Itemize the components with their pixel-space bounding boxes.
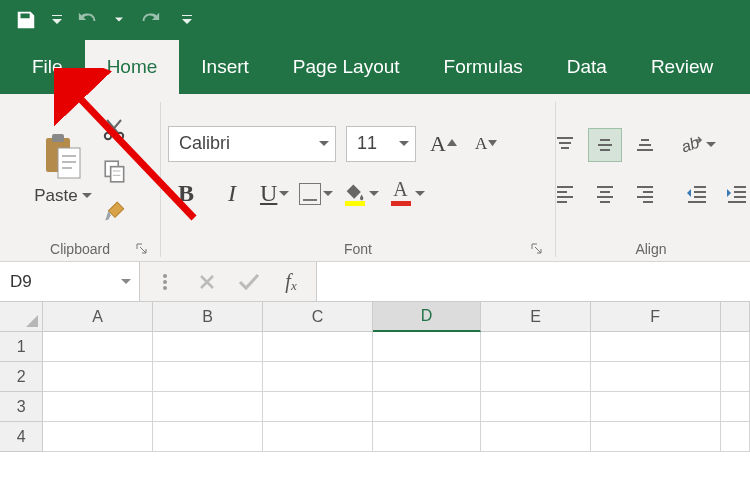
cell[interactable] <box>481 332 591 362</box>
caret-down-icon <box>488 139 497 148</box>
align-left-button[interactable] <box>548 176 582 210</box>
formula-input[interactable] <box>317 262 750 301</box>
paintbrush-icon <box>102 200 128 226</box>
cell[interactable] <box>721 422 750 452</box>
cell[interactable] <box>43 332 153 362</box>
decrease-font-size-button[interactable]: A <box>471 126 501 162</box>
align-bottom-button[interactable] <box>628 128 662 162</box>
tab-file[interactable]: File <box>10 40 85 94</box>
row-header[interactable]: 4 <box>0 422 43 452</box>
chevron-down-icon <box>121 277 131 287</box>
column-header-row: ABCDEF <box>0 302 750 332</box>
align-right-icon <box>635 183 655 203</box>
decrease-indent-button[interactable] <box>680 177 714 211</box>
clipboard-paste-icon <box>42 132 84 182</box>
cell[interactable] <box>263 392 373 422</box>
redo-icon[interactable] <box>132 6 168 34</box>
cell[interactable] <box>591 332 721 362</box>
group-alignment-label: Align <box>635 241 666 257</box>
orientation-button[interactable]: ab <box>680 127 750 163</box>
cell[interactable] <box>481 422 591 452</box>
paste-button[interactable]: Paste <box>32 128 93 210</box>
cell[interactable] <box>591 422 721 452</box>
row-header[interactable]: 3 <box>0 392 43 422</box>
format-painter-button[interactable] <box>102 200 128 226</box>
column-header[interactable] <box>721 302 750 332</box>
copy-button[interactable] <box>102 158 128 184</box>
formula-bar-handle-icon[interactable] <box>144 262 186 301</box>
insert-function-button[interactable]: fx <box>270 262 312 301</box>
align-middle-button[interactable] <box>588 128 622 162</box>
column-header[interactable]: C <box>263 302 373 332</box>
cell[interactable] <box>43 362 153 392</box>
cell[interactable] <box>43 392 153 422</box>
name-box-value: D9 <box>10 272 32 292</box>
chevron-down-icon <box>706 140 716 150</box>
cell[interactable] <box>721 392 750 422</box>
cell[interactable] <box>721 332 750 362</box>
cut-button[interactable] <box>102 118 128 142</box>
cell[interactable] <box>373 422 481 452</box>
cell[interactable] <box>373 362 481 392</box>
cell[interactable] <box>153 362 263 392</box>
bold-button[interactable]: B <box>168 176 204 212</box>
tab-insert[interactable]: Insert <box>179 40 271 94</box>
cell[interactable] <box>263 332 373 362</box>
group-clipboard-label: Clipboard <box>50 241 110 257</box>
cell[interactable] <box>591 392 721 422</box>
tab-page-layout[interactable]: Page Layout <box>271 40 422 94</box>
align-right-button[interactable] <box>628 176 662 210</box>
cell[interactable] <box>481 392 591 422</box>
cancel-formula-button[interactable] <box>186 262 228 301</box>
font-color-button[interactable]: A <box>389 176 425 212</box>
cell[interactable] <box>481 362 591 392</box>
dialog-launcher-icon[interactable] <box>531 243 543 255</box>
row-header[interactable]: 1 <box>0 332 43 362</box>
cell[interactable] <box>263 362 373 392</box>
tab-review[interactable]: Review <box>629 40 735 94</box>
align-center-icon <box>595 183 615 203</box>
increase-font-size-button[interactable]: A <box>426 126 461 162</box>
italic-button[interactable]: I <box>214 176 250 212</box>
qat-more-icon[interactable] <box>180 6 194 34</box>
column-header[interactable]: F <box>591 302 721 332</box>
column-header[interactable]: E <box>481 302 591 332</box>
tab-formulas[interactable]: Formulas <box>422 40 545 94</box>
borders-button[interactable] <box>299 176 333 212</box>
increase-indent-button[interactable] <box>720 177 750 211</box>
cell[interactable] <box>591 362 721 392</box>
row-header[interactable]: 2 <box>0 362 43 392</box>
fill-color-button[interactable] <box>343 176 379 212</box>
column-header[interactable]: A <box>43 302 153 332</box>
cell[interactable] <box>373 332 481 362</box>
check-icon <box>238 273 260 291</box>
enter-formula-button[interactable] <box>228 262 270 301</box>
qat-customize-icon[interactable] <box>50 6 64 34</box>
tab-home[interactable]: Home <box>85 40 180 94</box>
font-name-combo[interactable]: Calibri <box>168 126 336 162</box>
align-top-button[interactable] <box>548 128 582 162</box>
cell[interactable] <box>373 392 481 422</box>
font-size-combo[interactable]: 11 <box>346 126 416 162</box>
align-center-button[interactable] <box>588 176 622 210</box>
cell[interactable] <box>43 422 153 452</box>
tab-data[interactable]: Data <box>545 40 629 94</box>
select-all-corner[interactable] <box>0 302 43 332</box>
column-header[interactable]: D <box>373 302 481 332</box>
cell[interactable] <box>153 392 263 422</box>
group-clipboard: Paste <box>0 94 160 261</box>
column-header[interactable]: B <box>153 302 263 332</box>
chevron-down-icon <box>279 189 289 199</box>
svg-rect-1 <box>52 134 64 142</box>
undo-dropdown-icon[interactable] <box>112 6 126 34</box>
cell[interactable] <box>721 362 750 392</box>
cell[interactable] <box>153 332 263 362</box>
save-icon[interactable] <box>8 6 44 34</box>
name-box[interactable]: D9 <box>0 262 140 301</box>
paste-label: Paste <box>34 186 77 206</box>
cell[interactable] <box>153 422 263 452</box>
underline-button[interactable]: U <box>260 176 289 212</box>
undo-icon[interactable] <box>70 6 106 34</box>
dialog-launcher-icon[interactable] <box>136 243 148 255</box>
cell[interactable] <box>263 422 373 452</box>
